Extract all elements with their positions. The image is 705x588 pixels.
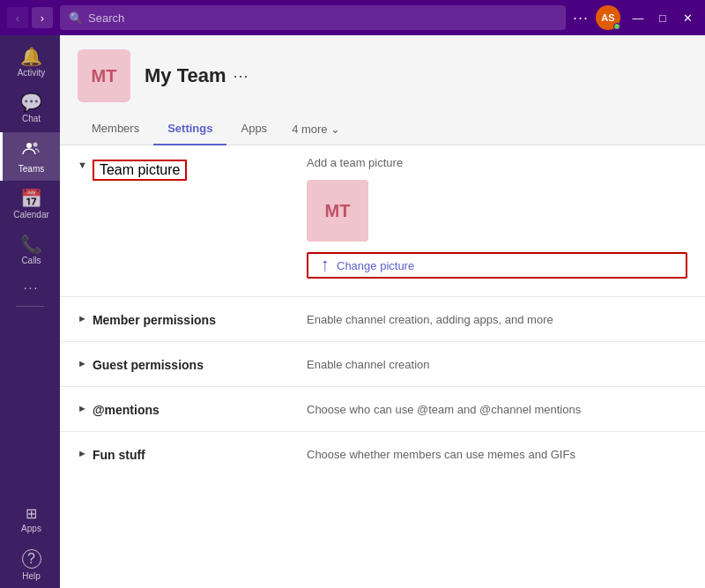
maximize-button[interactable]: □ <box>652 7 673 28</box>
sidebar-item-chat[interactable]: 💬 Chat <box>0 86 60 130</box>
change-picture-button[interactable]: ⭡ Change picture <box>307 252 687 279</box>
activity-icon: 🔔 <box>20 48 42 65</box>
more-options-button[interactable]: ··· <box>573 9 589 27</box>
mentions-left: ► @mentions <box>78 401 307 417</box>
avatar-initials: AS <box>601 12 614 23</box>
sidebar-label-activity: Activity <box>18 68 46 78</box>
guest-permissions-right: Enable channel creation <box>307 356 687 372</box>
tab-members[interactable]: Members <box>78 113 153 145</box>
search-bar[interactable]: 🔍 <box>60 5 566 30</box>
fun-stuff-section: ► Fun stuff Choose whether members can u… <box>60 432 705 476</box>
team-picture-section: ▼ Team picture Add a team picture MT ⭡ C… <box>60 145 705 297</box>
sidebar-label-help: Help <box>22 571 41 581</box>
sidebar-item-calls[interactable]: 📞 Calls <box>0 228 60 272</box>
mentions-title: @mentions <box>93 403 160 417</box>
user-avatar-button[interactable]: AS <box>596 5 620 30</box>
window-controls: — □ ✕ <box>627 7 698 28</box>
sidebar-label-calls: Calls <box>21 256 41 265</box>
sidebar-item-more-dots[interactable]: ··· <box>0 274 60 301</box>
minimize-button[interactable]: — <box>627 7 649 28</box>
section-arrow-mentions[interactable]: ► <box>78 403 87 413</box>
app-body: 🔔 Activity 💬 Chat Teams 📅 Calendar 📞 <box>0 35 705 588</box>
title-bar: ‹ › 🔍 ··· AS — □ ✕ <box>0 0 705 35</box>
svg-point-1 <box>33 143 37 147</box>
content-area: MT My Team ··· Members Settings Apps 4 m… <box>60 35 705 588</box>
fun-stuff-right: Choose whether members can use memes and… <box>307 446 687 462</box>
sidebar-label-apps: Apps <box>21 524 41 533</box>
member-permissions-right: Enable channel creation, adding apps, an… <box>307 311 687 327</box>
calendar-icon: 📅 <box>20 190 42 207</box>
back-button[interactable]: ‹ <box>7 7 28 28</box>
chat-icon: 💬 <box>20 93 42 111</box>
team-more-button[interactable]: ··· <box>234 67 249 86</box>
teams-icon <box>22 139 41 161</box>
team-picture-right: Add a team picture MT ⭡ Change picture <box>289 145 705 296</box>
upload-icon: ⭡ <box>319 258 331 272</box>
calls-icon: 📞 <box>20 235 42 253</box>
guest-permissions-section: ► Guest permissions Enable channel creat… <box>60 342 705 387</box>
section-arrow-team-picture[interactable]: ▼ <box>78 160 87 170</box>
tab-settings[interactable]: Settings <box>153 113 226 145</box>
mentions-section: ► @mentions Choose who can use @team and… <box>60 387 705 432</box>
forward-button[interactable]: › <box>32 7 53 28</box>
team-header: MT My Team ··· <box>60 35 705 113</box>
section-arrow-fun-stuff[interactable]: ► <box>78 448 87 458</box>
chevron-down-icon: ⌄ <box>330 123 340 136</box>
search-input[interactable] <box>88 11 557 25</box>
team-name: My Team <box>145 64 226 87</box>
guest-permissions-left: ► Guest permissions <box>78 356 307 372</box>
section-arrow-guest-permissions[interactable]: ► <box>78 358 87 368</box>
nav-buttons: ‹ › <box>7 7 53 28</box>
svg-point-0 <box>26 143 32 148</box>
sidebar-item-apps[interactable]: ⊞ Apps <box>0 500 60 540</box>
sidebar-label-calendar: Calendar <box>13 210 49 220</box>
section-arrow-member-permissions[interactable]: ► <box>78 313 87 324</box>
team-avatar: MT <box>78 49 130 102</box>
sidebar-label-chat: Chat <box>22 114 41 123</box>
sidebar-item-teams[interactable]: Teams <box>0 132 60 181</box>
apps-icon: ⊞ <box>26 507 37 521</box>
member-permissions-section: ► Member permissions Enable channel crea… <box>60 297 705 342</box>
tabs-bar: Members Settings Apps 4 more ⌄ <box>60 113 705 145</box>
team-picture-left: ▼ Team picture <box>60 145 289 296</box>
team-name-row: My Team ··· <box>145 64 249 87</box>
sidebar-divider <box>16 306 44 307</box>
team-picture-preview: MT <box>307 180 368 242</box>
more-dots-icon: ··· <box>24 281 40 294</box>
help-icon: ? <box>22 549 41 569</box>
guest-permissions-title: Guest permissions <box>93 358 204 372</box>
search-icon: 🔍 <box>69 11 83 25</box>
add-picture-label: Add a team picture <box>307 156 687 169</box>
sidebar-item-calendar[interactable]: 📅 Calendar <box>0 182 60 227</box>
member-permissions-title: Member permissions <box>93 313 216 327</box>
sidebar-item-activity[interactable]: 🔔 Activity <box>0 41 60 85</box>
close-button[interactable]: ✕ <box>677 7 698 28</box>
member-permissions-left: ► Member permissions <box>78 311 307 327</box>
tab-apps[interactable]: Apps <box>226 113 281 145</box>
user-status-indicator <box>613 23 620 30</box>
mentions-right: Choose who can use @team and @channel me… <box>307 401 687 417</box>
fun-stuff-left: ► Fun stuff <box>78 446 307 462</box>
settings-content: ▼ Team picture Add a team picture MT ⭡ C… <box>60 145 705 588</box>
title-bar-right: ··· AS — □ ✕ <box>573 5 698 30</box>
team-info: My Team ··· <box>145 64 249 87</box>
fun-stuff-title: Fun stuff <box>93 448 145 462</box>
team-picture-title: Team picture <box>93 160 188 181</box>
tab-more[interactable]: 4 more ⌄ <box>281 114 350 145</box>
sidebar-label-teams: Teams <box>19 164 44 174</box>
sidebar: 🔔 Activity 💬 Chat Teams 📅 Calendar 📞 <box>0 35 60 588</box>
sidebar-item-help[interactable]: ? Help <box>0 542 60 588</box>
